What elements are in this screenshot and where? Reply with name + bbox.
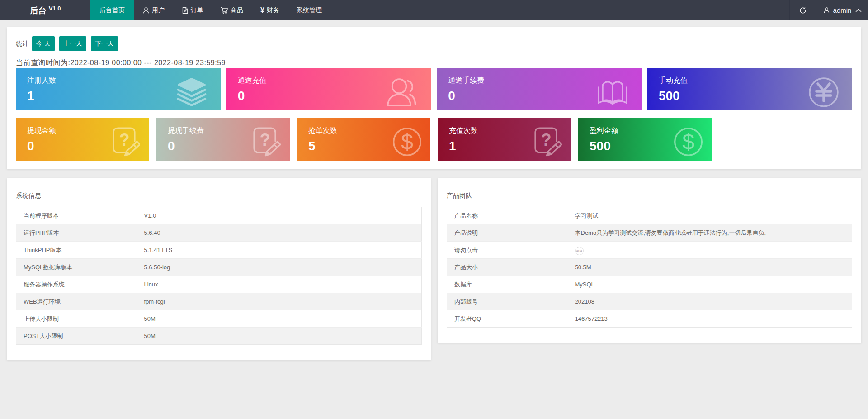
svg-text:$: $ [682, 130, 694, 154]
svg-text:?: ? [541, 130, 551, 149]
svg-text:?: ? [119, 130, 129, 149]
svg-text:$: $ [401, 130, 413, 154]
svg-text:?: ? [259, 130, 270, 149]
